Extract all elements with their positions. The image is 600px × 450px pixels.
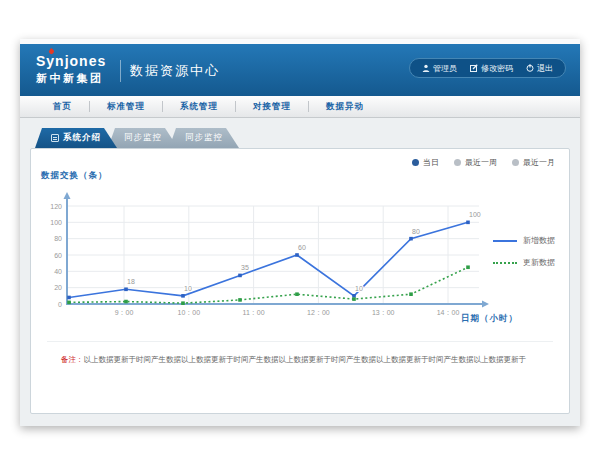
y-tick-label: 40 (54, 268, 62, 275)
logo-text-en: Synjones (36, 53, 106, 69)
y-axis-arrow-icon (64, 192, 71, 199)
note-divider (47, 341, 553, 342)
page: Synjones 新中新集团 数据资源中心 管理员 修改密码 (0, 0, 600, 450)
logout-button[interactable]: 退出 (526, 63, 553, 74)
tab-label: 系统介绍 (63, 132, 101, 144)
content-panel: 当日最近一周最近一月 数据交换（条） 0204060801001209：0010… (30, 148, 570, 414)
app-window: Synjones 新中新集团 数据资源中心 管理员 修改密码 (20, 39, 580, 426)
point-label: 10 (184, 285, 192, 292)
series-marker-1 (181, 301, 185, 305)
footnote: 备注：以上数据更新于时间产生数据以上数据更新于时间产生数据以上数据更新于时间产生… (61, 354, 551, 365)
nav-item-2[interactable]: 系统管理 (163, 101, 235, 113)
nav-item-0[interactable]: 首页 (36, 101, 89, 113)
series-marker-0 (295, 253, 299, 257)
chart-legend: 新增数据更新数据 (493, 235, 555, 268)
radio-label: 最近一月 (523, 157, 555, 168)
tab-label: 同步监控 (185, 132, 223, 144)
page-title: 数据资源中心 (130, 62, 220, 80)
series-marker-0 (67, 296, 71, 300)
nav-item-1[interactable]: 标准管理 (90, 101, 162, 113)
tab-bar: 系统介绍同步监控同步监控 (35, 128, 230, 148)
y-tick-label: 120 (50, 203, 62, 210)
app-header: Synjones 新中新集团 数据资源中心 管理员 修改密码 (20, 44, 580, 96)
logout-label: 退出 (537, 63, 553, 74)
legend-item-0[interactable]: 新增数据 (493, 235, 555, 246)
x-tick-label: 12：00 (307, 309, 330, 316)
y-tick-label: 0 (58, 301, 62, 308)
series-marker-1 (409, 292, 413, 296)
header-divider (120, 60, 121, 82)
point-label: 35 (241, 264, 249, 271)
logo-text-cn: 新中新集团 (36, 71, 106, 86)
change-password-label: 修改密码 (481, 63, 513, 74)
radio-option-0[interactable]: 当日 (412, 157, 439, 168)
legend-line-sample (493, 240, 517, 242)
legend-label: 新增数据 (523, 235, 555, 246)
nav-item-4[interactable]: 数据异动 (309, 101, 381, 113)
y-tick-label: 60 (54, 252, 62, 259)
series-marker-1 (124, 300, 128, 304)
legend-label: 更新数据 (523, 257, 555, 268)
radio-label: 当日 (423, 157, 439, 168)
point-label: 18 (127, 278, 135, 285)
x-tick-label: 14：00 (437, 309, 460, 316)
time-range-filter: 当日最近一周最近一月 (412, 157, 555, 168)
change-password-button[interactable]: 修改密码 (470, 63, 513, 74)
point-label: 60 (298, 244, 306, 251)
radio-dot-icon (512, 159, 519, 166)
y-tick-label: 20 (54, 284, 62, 291)
series-marker-1 (238, 298, 242, 302)
y-tick-label: 80 (54, 235, 62, 242)
user-icon (422, 64, 430, 72)
brand-logo: Synjones 新中新集团 (36, 52, 106, 86)
series-marker-0 (466, 221, 470, 225)
series-line-0 (69, 222, 468, 297)
series-marker-0 (124, 288, 128, 292)
radio-dot-icon (454, 159, 461, 166)
x-axis-title: 日期（小时） (461, 313, 518, 323)
series-marker-0 (409, 237, 413, 241)
series-marker-1 (67, 301, 71, 305)
x-tick-label: 13：00 (372, 309, 395, 316)
main-nav: 首页标准管理系统管理对接管理数据异动 (20, 96, 580, 118)
x-tick-label: 9：00 (115, 309, 134, 316)
series-marker-1 (466, 265, 470, 269)
x-axis-arrow-icon (482, 301, 489, 308)
point-label: 100 (469, 211, 481, 218)
tab-2[interactable]: 同步监控 (169, 128, 239, 148)
user-label: 管理员 (433, 63, 457, 74)
tab-label: 同步监控 (124, 132, 162, 144)
tab-0[interactable]: 系统介绍 (35, 128, 117, 148)
series-marker-0 (181, 294, 185, 298)
document-icon (51, 134, 59, 142)
point-label: 10 (355, 285, 363, 292)
legend-line-sample (493, 262, 517, 264)
legend-item-1[interactable]: 更新数据 (493, 257, 555, 268)
series-marker-0 (352, 294, 356, 298)
radio-dot-icon (412, 159, 419, 166)
radio-label: 最近一周 (465, 157, 497, 168)
series-marker-1 (295, 292, 299, 296)
radio-option-1[interactable]: 最近一周 (454, 157, 497, 168)
power-icon (526, 64, 534, 72)
edit-icon (470, 64, 478, 72)
radio-option-2[interactable]: 最近一月 (512, 157, 555, 168)
x-tick-label: 10：00 (178, 309, 201, 316)
x-tick-label: 11：00 (243, 309, 265, 316)
tab-1[interactable]: 同步监控 (108, 128, 178, 148)
user-toolbar: 管理员 修改密码 退出 (409, 58, 566, 78)
footnote-text: 以上数据更新于时间产生数据以上数据更新于时间产生数据以上数据更新于时间产生数据以… (84, 355, 527, 364)
line-chart: 0204060801001209：0010：0011：0012：0013：001… (39, 177, 539, 332)
point-label: 80 (412, 228, 420, 235)
series-marker-1 (352, 297, 356, 301)
y-tick-label: 100 (50, 219, 62, 226)
nav-item-3[interactable]: 对接管理 (236, 101, 308, 113)
footnote-label: 备注： (61, 355, 84, 364)
series-marker-0 (238, 274, 242, 278)
user-button[interactable]: 管理员 (422, 63, 457, 74)
